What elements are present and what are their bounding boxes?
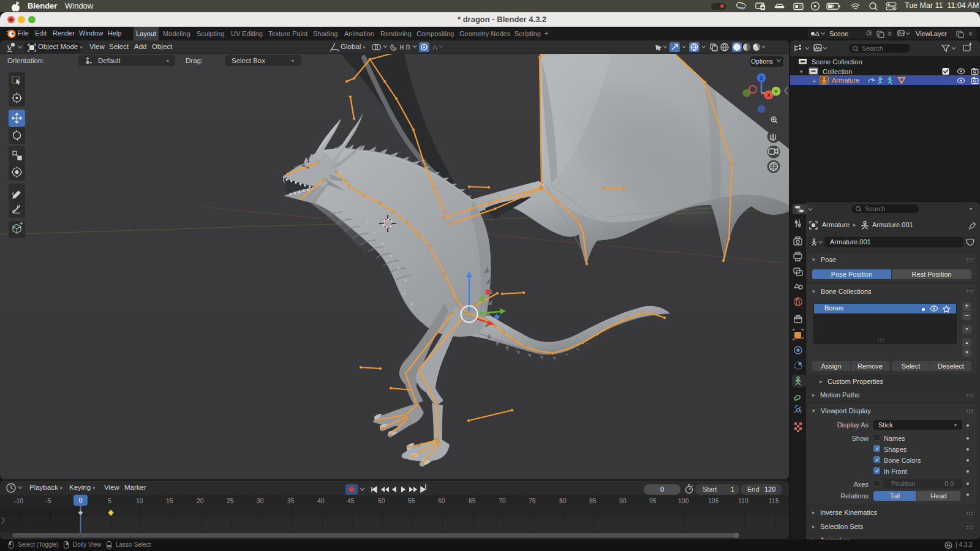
- svg-text:Y: Y: [774, 89, 778, 94]
- svg-text:0: 0: [78, 497, 82, 504]
- svg-text:Z: Z: [760, 75, 763, 81]
- svg-text:Scene: Scene: [829, 30, 848, 37]
- svg-text:0: 0: [660, 485, 664, 493]
- svg-text:X: X: [767, 92, 771, 98]
- svg-text:Start: Start: [703, 485, 717, 493]
- svg-text:1: 1: [731, 485, 734, 493]
- svg-text:Search: Search: [862, 45, 883, 52]
- svg-text:End: End: [747, 485, 760, 493]
- svg-text:Search: Search: [865, 205, 885, 212]
- svg-text:120: 120: [764, 485, 775, 493]
- svg-text:ViewLayer: ViewLayer: [916, 30, 947, 37]
